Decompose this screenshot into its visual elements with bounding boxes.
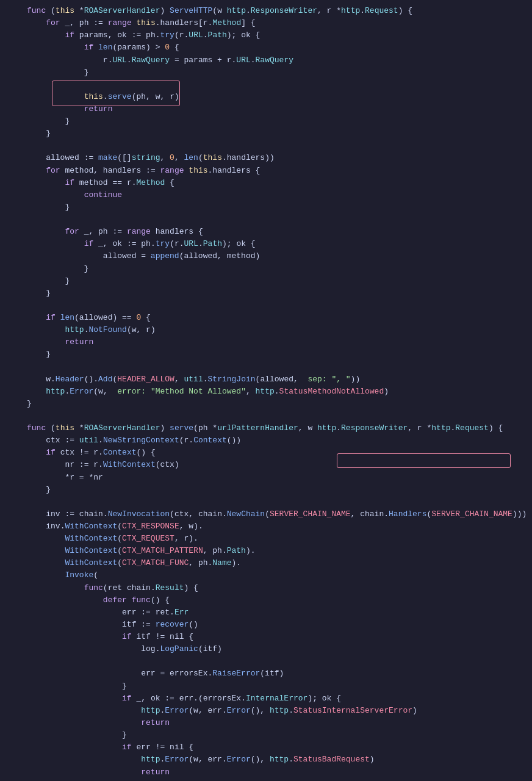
line-content: continue xyxy=(24,189,532,201)
code-line: itf := recover() xyxy=(0,619,532,631)
code-line: return xyxy=(0,766,532,779)
line-content: WithContext(CTX_REQUEST, r). xyxy=(24,533,532,545)
code-line: allowed = append(allowed, method) xyxy=(0,250,532,262)
code-line: func (this *ROAServerHandler) ServeHTTP(… xyxy=(0,5,532,17)
line-content: } xyxy=(24,779,532,781)
code-line: } xyxy=(0,67,532,79)
code-line: if err != nil { xyxy=(0,741,532,754)
line-content: if err != nil { xyxy=(24,741,532,754)
code-line: if method == r.Method { xyxy=(0,177,532,189)
line-content: if params, ok := ph.try(r.URL.Path); ok … xyxy=(24,29,532,41)
code-line: this.serve(ph, w, r) xyxy=(0,91,532,103)
line-content: } xyxy=(24,680,532,693)
line-content: } xyxy=(24,287,532,300)
line-content: http.Error(w, error: "Method Not Allowed… xyxy=(24,386,532,398)
code-line: } xyxy=(0,275,532,287)
code-line: return xyxy=(0,103,532,115)
line-content: for method, handlers := range this.handl… xyxy=(24,165,532,177)
line-content: for _, ph := range handlers { xyxy=(24,226,532,238)
code-line: err = errorsEx.RaiseError(itf) xyxy=(0,668,532,680)
line-content: inv := chain.NewInvocation(ctx, chain.Ne… xyxy=(24,508,532,520)
line-content: err = errorsEx.RaiseError(itf) xyxy=(24,668,532,680)
line-content: if method == r.Method { xyxy=(24,177,532,189)
code-line: inv.WithContext(CTX_RESPONSE, w). xyxy=(0,520,532,533)
code-line: func (this *ROAServerHandler) serve(ph *… xyxy=(0,422,532,434)
line-content: func (this *ROAServerHandler) ServeHTTP(… xyxy=(24,5,532,17)
code-line: } xyxy=(0,348,532,361)
line-content: return xyxy=(24,103,532,115)
code-line xyxy=(0,655,532,668)
code-line: inv := chain.NewInvocation(ctx, chain.Ne… xyxy=(0,508,532,520)
line-content: nr := r.WithContext(ctx) xyxy=(24,459,532,471)
code-line xyxy=(0,79,532,91)
code-line: log.LogPanic(itf) xyxy=(0,643,532,655)
code-line: } xyxy=(0,484,532,496)
code-line xyxy=(0,496,532,508)
code-line: if len(allowed) == 0 { xyxy=(0,312,532,324)
code-line: } xyxy=(0,128,532,140)
code-line xyxy=(0,214,532,226)
code-line xyxy=(0,140,532,152)
code-line: return xyxy=(0,336,532,348)
line-content: allowed := make([]string, 0, len(this.ha… xyxy=(24,152,532,164)
line-content: if itf != nil { xyxy=(24,631,532,643)
line-content: allowed = append(allowed, method) xyxy=(24,250,532,262)
line-content: if ctx != r.Context() { xyxy=(24,447,532,459)
line-content: } xyxy=(24,398,532,410)
line-content: return xyxy=(24,336,532,348)
line-content: } xyxy=(24,128,532,140)
code-editor: func (this *ROAServerHandler) ServeHTTP(… xyxy=(0,0,532,781)
line-content: log.LogPanic(itf) xyxy=(24,643,532,655)
code-line: WithContext(CTX_MATCH_FUNC, ph.Name). xyxy=(0,557,532,569)
code-line: } xyxy=(0,779,532,781)
line-content: WithContext(CTX_MATCH_FUNC, ph.Name). xyxy=(24,557,532,569)
line-content: if len(params) > 0 { xyxy=(24,41,532,54)
line-content: inv.WithContext(CTX_RESPONSE, w). xyxy=(24,520,532,533)
line-content: if _, ok := ph.try(r.URL.Path); ok { xyxy=(24,238,532,250)
line-content: } xyxy=(24,729,532,741)
code-line: http.Error(w, error: "Method Not Allowed… xyxy=(0,386,532,398)
line-content: } xyxy=(24,115,532,128)
code-line: } xyxy=(0,680,532,693)
line-content: ctx := util.NewStringContext(r.Context()… xyxy=(24,434,532,447)
code-line: Invoke( xyxy=(0,569,532,581)
line-content: if _, ok := err.(errorsEx.InternalError)… xyxy=(24,693,532,705)
code-line: WithContext(CTX_REQUEST, r). xyxy=(0,533,532,545)
code-line: for _, ph := range this.handlers[r.Metho… xyxy=(0,17,532,29)
code-line: for _, ph := range handlers { xyxy=(0,226,532,238)
line-content: } xyxy=(24,484,532,496)
code-line: if _, ok := ph.try(r.URL.Path); ok { xyxy=(0,238,532,250)
code-line: continue xyxy=(0,189,532,201)
line-content: for _, ph := range this.handlers[r.Metho… xyxy=(24,17,532,29)
line-content: } xyxy=(24,201,532,214)
code-line: } xyxy=(0,729,532,741)
code-line: defer func() { xyxy=(0,594,532,606)
code-line: r.URL.RawQuery = params + r.URL.RawQuery xyxy=(0,54,532,67)
line-content: return xyxy=(24,766,532,779)
code-line: err := ret.Err xyxy=(0,606,532,619)
line-content: Invoke( xyxy=(24,569,532,581)
code-line: } xyxy=(0,287,532,300)
code-line: nr := r.WithContext(ctx) xyxy=(0,459,532,471)
line-content: r.URL.RawQuery = params + r.URL.RawQuery xyxy=(24,54,532,67)
code-line: WithContext(CTX_MATCH_PATTERN, ph.Path). xyxy=(0,545,532,557)
code-line: http.NotFound(w, r) xyxy=(0,324,532,336)
code-line: w.Header().Add(HEADER_ALLOW, util.String… xyxy=(0,373,532,386)
code-line: if _, ok := err.(errorsEx.InternalError)… xyxy=(0,693,532,705)
line-content: } xyxy=(24,263,532,275)
code-line: if ctx != r.Context() { xyxy=(0,447,532,459)
line-content: func (this *ROAServerHandler) serve(ph *… xyxy=(24,422,532,434)
line-content: } xyxy=(24,275,532,287)
code-line: ctx := util.NewStringContext(r.Context()… xyxy=(0,434,532,447)
line-content: } xyxy=(24,67,532,79)
code-line: for method, handlers := range this.handl… xyxy=(0,165,532,177)
line-content: this.serve(ph, w, r) xyxy=(24,91,532,103)
line-content: err := ret.Err xyxy=(24,606,532,619)
code-line: if params, ok := ph.try(r.URL.Path); ok … xyxy=(0,29,532,41)
line-content: http.Error(w, err.Error(), http.StatusBa… xyxy=(24,754,532,766)
line-content: } xyxy=(24,348,532,361)
line-content: if len(allowed) == 0 { xyxy=(24,312,532,324)
code-line: } xyxy=(0,115,532,128)
line-content: defer func() { xyxy=(24,594,532,606)
code-line: http.Error(w, err.Error(), http.StatusIn… xyxy=(0,705,532,717)
